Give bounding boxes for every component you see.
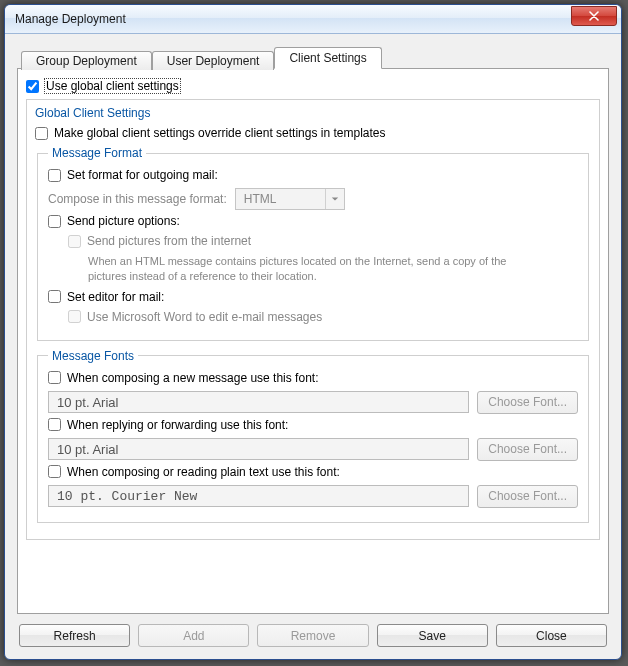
tabstrip: Group Deployment User Deployment Client … bbox=[17, 44, 609, 68]
client-area: Group Deployment User Deployment Client … bbox=[5, 34, 621, 659]
chevron-down-icon bbox=[325, 189, 344, 209]
compose-font-checkbox[interactable] bbox=[48, 371, 61, 384]
dialog-footer: Refresh Add Remove Save Close bbox=[17, 614, 609, 649]
send-picture-options-label: Send picture options: bbox=[67, 214, 180, 228]
send-from-internet-checkbox bbox=[68, 235, 81, 248]
message-format-legend: Message Format bbox=[48, 146, 146, 160]
plain-font-checkbox[interactable] bbox=[48, 465, 61, 478]
set-editor-checkbox[interactable] bbox=[48, 290, 61, 303]
use-word-checkbox bbox=[68, 310, 81, 323]
close-button[interactable]: Close bbox=[496, 624, 607, 647]
set-format-label: Set format for outgoing mail: bbox=[67, 168, 218, 182]
set-editor-label: Set editor for mail: bbox=[67, 290, 164, 304]
dialog-window: Manage Deployment Group Deployment User … bbox=[4, 4, 622, 660]
reply-choose-font-button: Choose Font... bbox=[477, 438, 578, 461]
global-client-settings-title: Global Client Settings bbox=[35, 106, 591, 120]
compose-format-label: Compose in this message format: bbox=[48, 192, 227, 206]
plain-font-display: 10 pt. Courier New bbox=[48, 485, 469, 507]
reply-font-checkbox[interactable] bbox=[48, 418, 61, 431]
add-button: Add bbox=[138, 624, 249, 647]
message-format-group: Message Format Set format for outgoing m… bbox=[37, 146, 589, 341]
override-templates-label: Make global client settings override cli… bbox=[54, 126, 386, 140]
compose-format-value: HTML bbox=[236, 189, 325, 209]
plain-font-label: When composing or reading plain text use… bbox=[67, 465, 340, 479]
tab-client-settings[interactable]: Client Settings bbox=[274, 47, 381, 69]
send-from-internet-label: Send pictures from the internet bbox=[87, 234, 251, 248]
set-format-checkbox[interactable] bbox=[48, 169, 61, 182]
send-picture-options-checkbox[interactable] bbox=[48, 215, 61, 228]
plain-choose-font-button: Choose Font... bbox=[477, 485, 578, 508]
compose-font-display: 10 pt. Arial bbox=[48, 391, 469, 413]
override-templates-checkbox[interactable] bbox=[35, 127, 48, 140]
use-global-checkbox[interactable] bbox=[26, 80, 39, 93]
titlebar[interactable]: Manage Deployment bbox=[5, 5, 621, 34]
message-fonts-group: Message Fonts When composing a new messa… bbox=[37, 349, 589, 523]
window-title: Manage Deployment bbox=[15, 12, 571, 26]
tab-panel-client-settings: Use global client settings Global Client… bbox=[17, 68, 609, 614]
send-picture-hint: When an HTML message contains pictures l… bbox=[88, 254, 508, 284]
compose-choose-font-button: Choose Font... bbox=[477, 391, 578, 414]
compose-format-select[interactable]: HTML bbox=[235, 188, 345, 210]
remove-button: Remove bbox=[257, 624, 368, 647]
close-icon[interactable] bbox=[571, 6, 617, 26]
reply-font-label: When replying or forwarding use this fon… bbox=[67, 418, 288, 432]
tab-user-deployment[interactable]: User Deployment bbox=[152, 51, 275, 70]
compose-font-label: When composing a new message use this fo… bbox=[67, 371, 318, 385]
save-button[interactable]: Save bbox=[377, 624, 488, 647]
refresh-button[interactable]: Refresh bbox=[19, 624, 130, 647]
tab-group-deployment[interactable]: Group Deployment bbox=[21, 51, 152, 70]
use-global-label: Use global client settings bbox=[45, 79, 180, 93]
global-client-settings-section: Global Client Settings Make global clien… bbox=[26, 99, 600, 540]
message-fonts-legend: Message Fonts bbox=[48, 349, 138, 363]
use-word-label: Use Microsoft Word to edit e-mail messag… bbox=[87, 310, 322, 324]
reply-font-display: 10 pt. Arial bbox=[48, 438, 469, 460]
